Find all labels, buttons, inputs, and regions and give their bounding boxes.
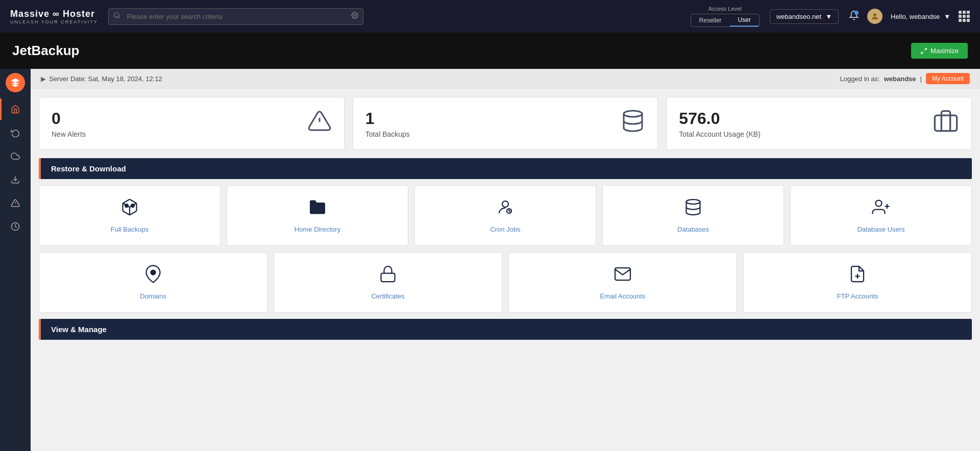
jetbackup-title: JetBackup xyxy=(12,43,80,59)
stat-left-usage: 576.0 Total Account Usage (KB) xyxy=(679,109,761,138)
avatar[interactable] xyxy=(867,9,883,24)
svg-point-2 xyxy=(354,14,356,16)
bell-icon xyxy=(849,12,859,22)
item-certificates[interactable]: Certificates xyxy=(274,252,502,313)
item-ftp-accounts[interactable]: FTP Accounts xyxy=(743,252,972,313)
user-btn[interactable]: User xyxy=(730,14,759,27)
logo-title: Massive ∞ Hoster xyxy=(10,9,98,19)
full-backups-label: Full Backups xyxy=(111,225,149,233)
home-directory-label: Home Directory xyxy=(295,225,340,233)
item-domains[interactable]: Domains xyxy=(39,252,267,313)
sidebar-item-restore[interactable] xyxy=(0,122,31,143)
svg-line-1 xyxy=(118,17,119,18)
home-directory-icon xyxy=(308,198,327,220)
search-icon xyxy=(113,12,120,21)
apps-grid-icon[interactable] xyxy=(959,11,970,22)
logged-in-bar: Logged in as: webandse | My Account xyxy=(840,73,970,84)
stat-label-backups: Total Backups xyxy=(365,130,410,138)
database-users-icon xyxy=(872,198,890,220)
date-text: ▶ Server Date: Sat, May 18, 2024, 12:12 xyxy=(41,75,162,83)
database-users-label: Database Users xyxy=(857,225,904,233)
sidebar xyxy=(0,69,31,451)
stat-card-usage: 576.0 Total Account Usage (KB) xyxy=(666,97,972,150)
svg-point-16 xyxy=(125,204,128,207)
my-account-button[interactable]: My Account xyxy=(926,73,970,84)
access-level-buttons: Reseller User xyxy=(691,14,760,27)
cron-jobs-icon xyxy=(496,198,514,220)
svg-point-21 xyxy=(876,201,882,207)
svg-line-6 xyxy=(921,52,923,54)
reseller-btn[interactable]: Reseller xyxy=(691,14,730,27)
item-full-backups[interactable]: Full Backups xyxy=(39,185,220,246)
databases-icon xyxy=(684,198,702,220)
certificates-icon xyxy=(379,265,397,287)
stat-number-usage: 576.0 xyxy=(679,109,761,128)
svg-point-4 xyxy=(873,13,876,16)
logo-area: Massive ∞ Hoster UNLEASH YOUR CREATIVITY xyxy=(10,9,98,24)
logged-in-label: Logged in as: xyxy=(840,75,880,83)
sidebar-item-alerts[interactable] xyxy=(0,192,31,214)
bell-wrap[interactable] xyxy=(849,10,859,23)
restore-items-row2: Domains Certificates Email Accounts xyxy=(39,252,972,313)
svg-point-24 xyxy=(151,270,156,275)
jetbackup-bar: JetBackup Maximize xyxy=(0,33,980,69)
main-layout: ▶ Server Date: Sat, May 18, 2024, 12:12 … xyxy=(0,69,980,451)
svg-rect-25 xyxy=(381,273,395,282)
stat-label-usage: Total Account Usage (KB) xyxy=(679,130,761,138)
ftp-accounts-label: FTP Accounts xyxy=(837,292,878,300)
chevron-down-icon: ▼ xyxy=(825,13,832,20)
sidebar-item-cloud[interactable] xyxy=(0,145,31,167)
server-date-bar: ▶ Server Date: Sat, May 18, 2024, 12:12 … xyxy=(31,69,980,89)
ftp-accounts-icon xyxy=(848,265,867,287)
alert-triangle-icon xyxy=(307,109,332,138)
full-backups-icon xyxy=(120,198,139,220)
item-database-users[interactable]: Database Users xyxy=(790,185,972,246)
maximize-button[interactable]: Maximize xyxy=(911,43,968,59)
domain-select[interactable]: webandseo.net ▼ xyxy=(770,9,839,24)
svg-rect-14 xyxy=(935,115,957,131)
svg-point-20 xyxy=(687,199,700,204)
stat-label-alerts: New Alerts xyxy=(52,130,86,138)
svg-line-5 xyxy=(924,48,926,50)
access-level-label: Access Level xyxy=(708,6,742,12)
svg-point-17 xyxy=(131,204,134,207)
logo-subtitle: UNLEASH YOUR CREATIVITY xyxy=(10,19,98,24)
svg-point-18 xyxy=(502,201,508,207)
stat-number-alerts: 0 xyxy=(52,109,86,128)
nav-icons: Hello, webandse ▼ xyxy=(849,9,970,24)
logged-in-user: webandse xyxy=(884,75,916,83)
stat-card-alerts: 0 New Alerts xyxy=(39,97,345,150)
svg-point-13 xyxy=(624,111,642,117)
sidebar-item-download[interactable] xyxy=(0,169,31,190)
item-email-accounts[interactable]: Email Accounts xyxy=(508,252,737,313)
stats-row: 0 New Alerts 1 Total Backups 576.0 xyxy=(39,97,972,150)
item-home-directory[interactable]: Home Directory xyxy=(227,185,408,246)
database-icon xyxy=(621,109,645,138)
top-nav: Massive ∞ Hoster UNLEASH YOUR CREATIVITY… xyxy=(0,0,980,33)
svg-point-3 xyxy=(855,11,859,14)
cron-jobs-label: Cron Jobs xyxy=(490,225,520,233)
hdd-icon xyxy=(933,108,959,139)
item-databases[interactable]: Databases xyxy=(602,185,784,246)
item-cron-jobs[interactable]: Cron Jobs xyxy=(414,185,596,246)
sidebar-item-home[interactable] xyxy=(0,98,31,120)
stat-number-backups: 1 xyxy=(365,109,410,128)
user-menu[interactable]: Hello, webandse ▼ xyxy=(891,13,950,20)
domains-label: Domains xyxy=(140,292,166,300)
domain-label: webandseo.net xyxy=(776,13,821,20)
sidebar-logo xyxy=(6,73,25,92)
maximize-label: Maximize xyxy=(930,47,959,55)
domains-icon xyxy=(144,265,162,287)
stat-card-backups: 1 Total Backups xyxy=(353,97,658,150)
email-accounts-icon xyxy=(614,265,632,287)
gear-icon[interactable] xyxy=(351,12,358,21)
view-manage-section-header: View & Manage xyxy=(39,319,972,340)
search-input[interactable] xyxy=(108,8,363,25)
sidebar-item-schedule[interactable] xyxy=(0,216,31,237)
stat-left-backups: 1 Total Backups xyxy=(365,109,410,138)
content-area: ▶ Server Date: Sat, May 18, 2024, 12:12 … xyxy=(31,69,980,451)
access-level-section: Access Level Reseller User xyxy=(691,6,760,27)
databases-label: Databases xyxy=(677,225,709,233)
svg-point-0 xyxy=(114,13,118,17)
email-accounts-label: Email Accounts xyxy=(600,292,646,300)
